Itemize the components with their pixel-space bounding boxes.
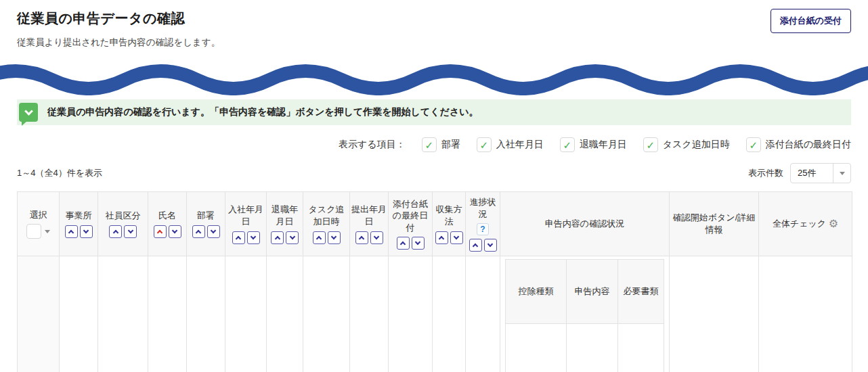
help-icon[interactable]: ? bbox=[477, 223, 489, 235]
option-label: 退職年月日 bbox=[580, 139, 627, 151]
option-label: 部署 bbox=[441, 139, 460, 151]
cell-progress: 収集済 変更 bbox=[466, 256, 500, 372]
confirmation-header-content: 申告内容 bbox=[567, 260, 618, 324]
sort-asc-button[interactable] bbox=[469, 239, 482, 252]
department-checkbox[interactable]: ✓ bbox=[422, 137, 437, 152]
sort-asc-button[interactable] bbox=[397, 237, 410, 250]
gear-icon[interactable]: ⚙ bbox=[829, 218, 838, 229]
cell-name: 10001 サンプル一郎 bbox=[148, 256, 187, 372]
header-collect-method: 収集方法 bbox=[433, 192, 466, 256]
header-task-added: タスク追加日時 bbox=[303, 192, 350, 256]
sort-desc-button[interactable] bbox=[412, 237, 425, 250]
header-submit-date: 提出年月日 bbox=[350, 192, 389, 256]
option-label: 入社年月日 bbox=[496, 139, 544, 151]
task-added-checkbox[interactable]: ✓ bbox=[643, 137, 658, 152]
sort-desc-button[interactable] bbox=[80, 225, 93, 238]
cell-office: 株式会社オフィスステーション bbox=[60, 256, 98, 372]
header-overall-check: 全体チェック ⚙ bbox=[759, 192, 852, 256]
sort-desc-button[interactable] bbox=[247, 231, 260, 244]
notice-message: 従業員の申告内容の確認を行います。「申告内容を確認」ボタンを押して作業を開始して… bbox=[47, 106, 479, 118]
wave-divider bbox=[0, 58, 868, 95]
cell-overall-check: 1次チェック 2次チェック 3次チェック bbox=[759, 256, 852, 372]
cell-submit-date: --- bbox=[350, 256, 389, 372]
attach-last-checkbox[interactable]: ✓ bbox=[746, 137, 761, 152]
page-size-control: 表示件数 25件 bbox=[748, 163, 851, 183]
page-size-select[interactable]: 25件 bbox=[790, 163, 851, 183]
check-icon: ✓ bbox=[749, 140, 758, 150]
caret-down-icon[interactable] bbox=[45, 230, 50, 233]
sort-asc-button[interactable] bbox=[313, 231, 326, 244]
cell-task-added: 2025/09/11 10:23:20 bbox=[303, 256, 350, 372]
deduction-type: 本人・扶養 bbox=[506, 324, 567, 372]
check-icon: ✓ bbox=[479, 140, 488, 150]
declaration-status: 未確認 bbox=[567, 324, 618, 372]
header-progress: 進捗状況 ? bbox=[466, 192, 500, 256]
confirmation-header-docs: 必要書類 bbox=[618, 260, 664, 324]
display-options-label: 表示する項目： bbox=[339, 139, 406, 151]
docs-status: 未着 bbox=[618, 324, 664, 372]
cell-confirm-status: 控除種類 申告内容 必要書類 本人・扶養 未確認 未着 bbox=[500, 256, 670, 372]
page-header: 従業員の申告データの確認 従業員より提出された申告内容の確認をします。 添付台紙… bbox=[0, 0, 868, 49]
sort-asc-button[interactable] bbox=[435, 231, 448, 244]
option-department: ✓ 部署 bbox=[422, 137, 460, 152]
sort-asc-button-active[interactable] bbox=[154, 225, 167, 238]
select-all-checkbox[interactable] bbox=[26, 224, 41, 239]
sort-desc-button[interactable] bbox=[169, 225, 181, 238]
header-office: 事業所 bbox=[60, 192, 98, 256]
header-hire-date: 入社年月日 bbox=[225, 192, 267, 256]
retire-date-checkbox[interactable]: ✓ bbox=[560, 137, 575, 152]
header-attach-last: 添付台紙の最終日付 bbox=[389, 192, 433, 256]
cell-select bbox=[18, 256, 60, 372]
attach-receipt-button[interactable]: 添付台紙の受付 bbox=[771, 9, 851, 33]
sort-asc-button[interactable] bbox=[65, 225, 78, 238]
header-retire-date: 退職年月日 bbox=[267, 192, 303, 256]
header-confirm-status: 申告内容の確認状況 bbox=[500, 192, 670, 256]
cell-collect-method: OFS bbox=[433, 256, 466, 372]
header-employee-type: 社員区分 bbox=[98, 192, 148, 256]
chevron-down-icon[interactable] bbox=[833, 164, 850, 183]
sort-asc-button[interactable] bbox=[271, 231, 284, 244]
table-row: 株式会社オフィスステーション 正社員 10001 サンプル一郎 総務部 2023… bbox=[18, 256, 852, 372]
hire-date-checkbox[interactable]: ✓ bbox=[477, 137, 492, 152]
chevron-down-icon bbox=[24, 107, 33, 116]
confirmation-row: 本人・扶養 未確認 未着 bbox=[506, 324, 664, 372]
page: 従業員の申告データの確認 従業員より提出された申告内容の確認をします。 添付台紙… bbox=[0, 0, 868, 372]
sort-desc-button[interactable] bbox=[124, 225, 137, 238]
cell-retire-date: --- bbox=[267, 256, 303, 372]
result-count: 1～4（全4）件を表示 bbox=[17, 167, 102, 179]
employee-table: 選択 事業所 社員区分 氏名 bbox=[17, 191, 852, 372]
header-row: 選択 事業所 社員区分 氏名 bbox=[18, 192, 852, 256]
page-size-value[interactable]: 25件 bbox=[791, 164, 833, 183]
check-icon: ✓ bbox=[646, 140, 655, 150]
sort-desc-button[interactable] bbox=[286, 231, 299, 244]
sort-desc-button[interactable] bbox=[484, 239, 497, 252]
sort-desc-button[interactable] bbox=[450, 231, 463, 244]
cell-actions: 申告内容を確認 メッセージ 年調用メモ 詳細情報 編集履歴 bbox=[670, 256, 759, 372]
option-retire-date: ✓ 退職年月日 bbox=[560, 137, 627, 152]
confirmation-header-row: 控除種類 申告内容 必要書類 bbox=[506, 260, 664, 324]
option-label: タスク追加日時 bbox=[663, 139, 730, 151]
notice-bar: 従業員の申告内容の確認を行います。「申告内容を確認」ボタンを押して作業を開始して… bbox=[17, 99, 851, 125]
header-department: 部署 bbox=[187, 192, 225, 256]
option-task-added: ✓ タスク追加日時 bbox=[643, 137, 730, 152]
sort-asc-button[interactable] bbox=[192, 225, 205, 238]
option-label: 添付台紙の最終日付 bbox=[766, 139, 851, 151]
page-subtitle: 従業員より提出された申告内容の確認をします。 bbox=[17, 37, 851, 49]
header-name: 氏名 bbox=[148, 192, 187, 256]
check-icon: ✓ bbox=[563, 140, 571, 150]
cell-employee-type: 正社員 bbox=[98, 256, 148, 372]
option-attach-last: ✓ 添付台紙の最終日付 bbox=[746, 137, 851, 152]
option-hire-date: ✓ 入社年月日 bbox=[477, 137, 544, 152]
cell-hire-date: 2023/04/01 bbox=[225, 256, 267, 372]
speech-bubble-icon bbox=[19, 103, 38, 122]
sort-asc-button[interactable] bbox=[232, 231, 245, 244]
employee-table-wrap: 選択 事業所 社員区分 氏名 bbox=[17, 191, 851, 372]
confirmation-header-type: 控除種類 bbox=[506, 260, 567, 324]
sort-desc-button[interactable] bbox=[370, 231, 383, 244]
confirmation-table: 控除種類 申告内容 必要書類 本人・扶養 未確認 未着 bbox=[505, 259, 664, 372]
display-options: 表示する項目： ✓ 部署 ✓ 入社年月日 ✓ 退職年月日 ✓ タスク追加日時 ✓… bbox=[17, 137, 851, 152]
sort-desc-button[interactable] bbox=[207, 225, 220, 238]
sort-desc-button[interactable] bbox=[328, 231, 341, 244]
sort-asc-button[interactable] bbox=[355, 231, 368, 244]
sort-asc-button[interactable] bbox=[109, 225, 122, 238]
